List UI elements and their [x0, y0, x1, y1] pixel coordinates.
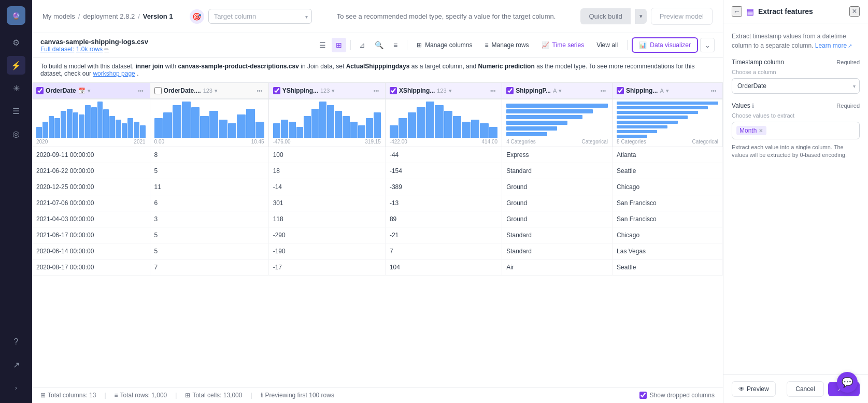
list-view-button[interactable]: ☰ [315, 38, 330, 52]
col-more-Shipping2[interactable]: ••• [709, 86, 718, 95]
sidebar-item-settings[interactable]: ⚙ [7, 33, 25, 52]
col-checkbox-YShipping[interactable] [273, 87, 280, 94]
full-dataset-label: Full dataset: [40, 46, 74, 53]
sidebar-item-asterisk[interactable]: ✳ [7, 79, 25, 97]
col-checkbox-OrderDate[interactable] [36, 87, 44, 94]
quick-build-dropdown-button[interactable]: ▾ [635, 9, 647, 24]
panel-cancel-button[interactable]: Cancel [787, 381, 823, 397]
total-columns-icon: ⊞ [40, 392, 46, 399]
col-header-XShipping: XShipping... 123 ▾ ••• [385, 83, 502, 99]
cell-1-3: -154 [385, 163, 502, 179]
bar-chart-OrderDate2 [154, 102, 264, 138]
table-row: 2020-08-17 00:00:00 7 -17 104 Air Seattl… [32, 260, 723, 276]
logo-icon: 🔮 [12, 12, 20, 20]
sidebar-item-list[interactable]: ☰ [7, 102, 25, 120]
view-all-button[interactable]: View all [591, 39, 623, 51]
main-content: My models / deployment 2.8.2 / Version 1… [32, 0, 723, 403]
cell-6-4: Standard [502, 243, 613, 260]
panel-preview-button[interactable]: 👁 Preview [732, 381, 776, 397]
col-name-ShippingP: ShippingP... [516, 87, 551, 94]
total-cells-label: Total cells: 13,000 [192, 392, 242, 399]
cell-3-0: 2021-07-06 00:00:00 [32, 195, 150, 211]
time-series-button[interactable]: 📈 Time series [536, 39, 590, 51]
manage-rows-button[interactable]: ≡ Manage rows [480, 39, 534, 51]
sidebar-item-help[interactable]: ? [7, 333, 25, 351]
target-column-select[interactable]: Target column [208, 9, 312, 24]
cell-7-3: 104 [385, 260, 502, 276]
col-name-OrderDate: OrderDate [46, 87, 76, 94]
cell-0-5: Atlanta [613, 147, 723, 163]
values-hint: Extract each value into a single column.… [732, 143, 860, 160]
bar [480, 123, 488, 138]
sidebar-item-export[interactable]: ↗ [7, 355, 25, 374]
chart-cell-XShipping: -422.00 414.00 [385, 99, 502, 147]
cell-0-4: Express [502, 147, 613, 163]
info-join-phrase: inner join [135, 63, 163, 70]
data-visualizer-button[interactable]: 📊 Data visualizer [632, 37, 698, 53]
panel-back-button[interactable]: ← [732, 6, 742, 17]
dataset-sub: Full dataset: 1.0k rows ✏ [40, 46, 148, 53]
breadcrumb-part1[interactable]: My models [42, 12, 75, 20]
bar [462, 122, 470, 138]
chat-button[interactable]: 💬 [837, 372, 858, 393]
bar [335, 111, 342, 138]
expand-columns-button[interactable]: ⌄ [700, 38, 715, 52]
col-checkbox-Shipping2[interactable] [617, 87, 624, 94]
horiz-bar [617, 106, 708, 109]
dataset-rows-link[interactable]: 1.0k rows [76, 46, 103, 53]
manage-columns-button[interactable]: ⊞ Manage columns [411, 39, 477, 51]
total-cells-item: ⊞ Total cells: 13,000 [185, 392, 242, 399]
show-dropped-checkbox[interactable] [639, 392, 647, 399]
col-more-XShipping[interactable]: ••• [488, 86, 497, 95]
col-header-YShipping: YShipping... 123 ▾ ••• [268, 83, 385, 99]
bar [61, 111, 66, 138]
panel-close-button[interactable]: × [849, 6, 860, 17]
horiz-bar [617, 111, 698, 114]
panel-title: Extract features [758, 7, 845, 16]
col-more-OrderDate[interactable]: ••• [136, 86, 146, 95]
breadcrumb-sep2: / [138, 12, 140, 20]
bar [489, 127, 497, 138]
grid-view-button[interactable]: ⊞ [332, 38, 346, 52]
col-checkbox-ShippingP[interactable] [506, 87, 514, 94]
col-header-ShippingP: ShippingP... A ▾ ••• [502, 83, 613, 99]
cell-5-3: -21 [385, 227, 502, 243]
dataset-filename: canvas-sample-shipping-logs.csv Full dat… [40, 38, 148, 53]
info-text-mid3: as a target column, and [411, 63, 478, 70]
col-checkbox-XShipping[interactable] [390, 87, 397, 94]
edit-dataset-icon[interactable]: ✏ [104, 46, 109, 52]
sidebar-item-circle[interactable]: ◎ [7, 124, 25, 143]
cell-5-1: 5 [150, 227, 268, 243]
bar [350, 122, 358, 138]
month-tag-remove[interactable]: × [759, 127, 763, 134]
col-more-YShipping[interactable]: ••• [372, 86, 381, 95]
rows-view-button[interactable]: ≡ [388, 38, 403, 52]
chart-cell-ShippingP: 4 Categories Categorical [502, 99, 613, 147]
show-dropped-label: Show dropped columns [650, 392, 715, 399]
quick-build-button[interactable]: Quick build [580, 8, 630, 24]
filter-button[interactable]: ⊿ [355, 38, 369, 52]
preview-info-icon: ℹ [261, 392, 263, 399]
search-button[interactable]: 🔍 [372, 38, 386, 52]
preview-model-button[interactable]: Preview model [651, 8, 713, 25]
table-row: 2021-07-06 00:00:00 6 301 -13 Ground San… [32, 195, 723, 211]
col-more-OrderDate2[interactable]: ••• [255, 86, 264, 95]
timestamp-column-select[interactable]: OrderDate [732, 78, 860, 94]
bar [444, 111, 452, 138]
col-more-ShippingP[interactable]: ••• [599, 86, 608, 95]
bar [273, 123, 280, 138]
bar [42, 122, 48, 138]
cell-3-2: 301 [268, 195, 385, 211]
sidebar-item-lightning[interactable]: ⚡ [7, 56, 25, 75]
sidebar-expand-button[interactable]: › [7, 378, 25, 397]
breadcrumb-part2[interactable]: deployment 2.8.2 [83, 12, 135, 20]
bar [343, 116, 350, 138]
statusbar: ⊞ Total columns: 13 | ≡ Total rows: 1,00… [32, 387, 723, 403]
col-checkbox-OrderDate2[interactable] [154, 87, 162, 94]
cell-5-2: -290 [268, 227, 385, 243]
cell-1-4: Standard [502, 163, 613, 179]
learn-more-link[interactable]: Learn more ↗ [815, 41, 852, 50]
data-table: OrderDate 📅 ▾ ••• OrderDate.... 12 [32, 83, 723, 276]
cell-7-0: 2020-08-17 00:00:00 [32, 260, 150, 276]
workshop-link[interactable]: workshop page [93, 70, 135, 77]
